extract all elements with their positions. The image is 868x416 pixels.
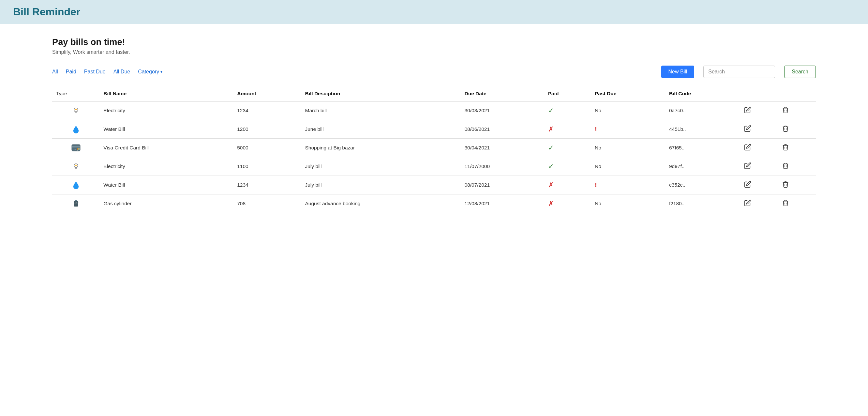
cell-past-due: No: [591, 195, 665, 213]
svg-text:1234: 1234: [73, 148, 76, 150]
cell-paid: ✓: [544, 139, 591, 157]
edit-icon[interactable]: [744, 201, 751, 208]
type-icon-water: [56, 180, 96, 189]
cell-type: [52, 101, 99, 120]
cell-delete[interactable]: [778, 176, 816, 195]
svg-rect-2: [72, 146, 80, 147]
type-icon-water: [56, 125, 96, 134]
delete-icon[interactable]: [782, 182, 789, 189]
paid-check-icon: ✓: [548, 144, 554, 151]
cell-delete[interactable]: [778, 120, 816, 139]
col-edit: [740, 86, 778, 101]
cell-delete[interactable]: [778, 157, 816, 176]
delete-icon[interactable]: [782, 164, 789, 171]
col-description: Bill Desciption: [301, 86, 460, 101]
past-due-no: No: [595, 108, 601, 113]
cell-bill-name: Water Bill: [99, 176, 233, 195]
table-row: Water Bill 1234 July bill 08/07/2021 ✗ !…: [52, 176, 816, 195]
cell-paid: ✗: [544, 195, 591, 213]
cell-bill-name: Water Bill: [99, 120, 233, 139]
cell-bill-code: 67f65..: [665, 139, 740, 157]
cell-delete[interactable]: [778, 195, 816, 213]
cell-description: July bill: [301, 157, 460, 176]
past-due-exclaim-icon: !: [595, 181, 597, 188]
chevron-down-icon: ▾: [160, 69, 162, 74]
cell-bill-name: Gas cylinder: [99, 195, 233, 213]
table-header-row: Type Bill Name Amount Bill Desciption Du…: [52, 86, 816, 101]
cell-amount: 5000: [233, 139, 301, 157]
page-subheadline: Simplify, Work smarter and faster.: [52, 49, 816, 55]
filter-tab-category[interactable]: Category ▾: [138, 69, 162, 75]
past-due-exclaim-icon: !: [595, 126, 597, 132]
cell-description: June bill: [301, 120, 460, 139]
past-due-no: No: [595, 164, 601, 169]
table-row: Electricity 1100 July bill 11/07/2000 ✓ …: [52, 157, 816, 176]
svg-text:GAS: GAS: [75, 201, 79, 203]
filter-tab-all-due[interactable]: All Due: [114, 69, 130, 75]
table-row: Electricity 1234 March bill 30/03/2021 ✓…: [52, 101, 816, 120]
paid-x-icon: ✗: [548, 181, 554, 188]
paid-check-icon: ✓: [548, 107, 554, 114]
delete-icon[interactable]: [782, 201, 789, 208]
svg-rect-11: [74, 204, 78, 204]
edit-icon[interactable]: [744, 108, 751, 115]
type-icon-credit: 1234 $: [56, 143, 96, 152]
cell-due-date: 08/06/2021: [460, 120, 544, 139]
edit-icon[interactable]: [744, 164, 751, 171]
cell-bill-code: 4451b..: [665, 120, 740, 139]
cell-paid: ✗: [544, 176, 591, 195]
header-bar: Bill Reminder: [0, 0, 868, 24]
cell-due-date: 30/04/2021: [460, 139, 544, 157]
delete-icon[interactable]: [782, 145, 789, 152]
col-past-due: Past Due: [591, 86, 665, 101]
cell-past-due: No: [591, 101, 665, 120]
delete-icon[interactable]: [782, 108, 789, 115]
cell-edit[interactable]: [740, 157, 778, 176]
cell-type: [52, 120, 99, 139]
cell-type: [52, 176, 99, 195]
cell-edit[interactable]: [740, 101, 778, 120]
table-row: Water Bill 1200 June bill 08/06/2021 ✗ !…: [52, 120, 816, 139]
cell-edit[interactable]: [740, 176, 778, 195]
col-amount: Amount: [233, 86, 301, 101]
past-due-no: No: [595, 145, 601, 150]
filter-tab-all[interactable]: All: [52, 69, 58, 75]
cell-past-due: No: [591, 139, 665, 157]
type-icon-gas: GAS: [56, 199, 96, 208]
filter-tab-past-due[interactable]: Past Due: [84, 69, 106, 75]
cell-paid: ✓: [544, 157, 591, 176]
paid-x-icon: ✗: [548, 125, 554, 133]
col-type: Type: [52, 86, 99, 101]
paid-x-icon: ✗: [548, 200, 554, 207]
cell-due-date: 08/07/2021: [460, 176, 544, 195]
cell-edit[interactable]: [740, 120, 778, 139]
page-headline: Pay bills on time!: [52, 37, 816, 47]
col-bill-name: Bill Name: [99, 86, 233, 101]
cell-type: GAS: [52, 195, 99, 213]
search-button[interactable]: Search: [784, 66, 816, 78]
svg-point-6: [78, 148, 80, 150]
cell-due-date: 30/03/2021: [460, 101, 544, 120]
cell-edit[interactable]: [740, 195, 778, 213]
cell-edit[interactable]: [740, 139, 778, 157]
svg-rect-10: [75, 200, 77, 201]
table-row: 1234 $ Visa Credit Card Bill 5000 Shoppi…: [52, 139, 816, 157]
delete-icon[interactable]: [782, 127, 789, 133]
cell-bill-code: f2180..: [665, 195, 740, 213]
new-bill-button[interactable]: New Bill: [661, 66, 694, 78]
cell-delete[interactable]: [778, 101, 816, 120]
cell-delete[interactable]: [778, 139, 816, 157]
cell-bill-code: 9d97f..: [665, 157, 740, 176]
filter-tab-paid[interactable]: Paid: [66, 69, 76, 75]
cell-amount: 708: [233, 195, 301, 213]
edit-icon[interactable]: [744, 145, 751, 152]
edit-icon[interactable]: [744, 127, 751, 133]
cell-due-date: 12/08/2021: [460, 195, 544, 213]
search-input[interactable]: [703, 66, 775, 78]
cell-description: August advance booking: [301, 195, 460, 213]
cell-type: 1234 $: [52, 139, 99, 157]
paid-check-icon: ✓: [548, 162, 554, 170]
edit-icon[interactable]: [744, 182, 751, 189]
cell-amount: 1234: [233, 176, 301, 195]
cell-paid: ✗: [544, 120, 591, 139]
